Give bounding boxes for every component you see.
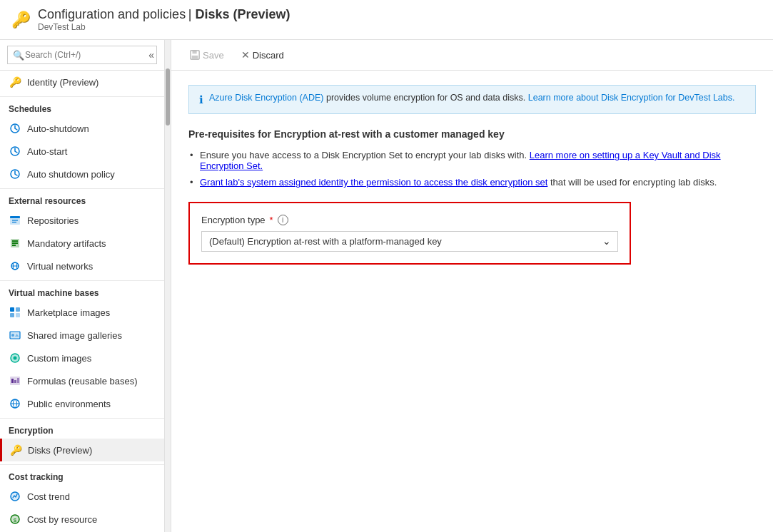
sidebar-item-custom-images[interactable]: Custom images: [0, 347, 164, 369]
formulas-icon: [9, 374, 21, 387]
encryption-form-box: Encryption type * i (Default) Encryption…: [188, 202, 631, 265]
svg-rect-27: [17, 378, 19, 383]
page-header: 🔑 Configuration and policies | Disks (Pr…: [0, 0, 773, 40]
auto-shutdown-icon: [9, 122, 21, 135]
auto-start-icon: [9, 145, 21, 158]
header-icon: 🔑: [11, 11, 31, 29]
cost-by-resource-icon: $: [9, 513, 21, 526]
section-encryption: Encryption: [0, 418, 164, 439]
sidebar-item-auto-start[interactable]: Auto-start: [0, 140, 164, 163]
sidebar-item-label: Auto-shutdown: [27, 123, 89, 134]
sidebar-item-label: Cost by resource: [27, 514, 97, 525]
sidebar-item-cost-by-resource[interactable]: $ Cost by resource: [0, 508, 164, 531]
required-marker: *: [270, 215, 273, 225]
svg-rect-15: [16, 307, 20, 312]
svg-rect-16: [10, 313, 14, 317]
sidebar-item-marketplace-images[interactable]: Marketplace images: [0, 301, 164, 324]
sidebar-item-virtual-networks[interactable]: Virtual networks: [0, 255, 164, 277]
sidebar-item-auto-shutdown[interactable]: Auto-shutdown: [0, 117, 164, 140]
discard-icon: ✕: [241, 49, 250, 61]
info-icon: ℹ: [199, 93, 203, 106]
sidebar-item-label: Auto shutdown policy: [27, 169, 115, 180]
virtual-networks-icon: [9, 260, 21, 272]
svg-rect-8: [12, 240, 18, 242]
section-external-resources: External resources: [0, 188, 164, 209]
sidebar-nav: 🔑 Identity (Preview) Schedules Auto-shut…: [0, 71, 164, 532]
main-content-area: ℹ Azure Disk Encryption (ADE) provides v…: [171, 71, 773, 532]
encryption-type-select[interactable]: (Default) Encryption at-rest with a plat…: [201, 231, 618, 252]
svg-rect-36: [192, 56, 198, 58]
search-input[interactable]: [7, 46, 157, 64]
sidebar-item-label: Repositories: [27, 215, 79, 226]
auto-shutdown-policy-icon: [9, 168, 21, 180]
info-banner-text: Azure Disk Encryption (ADE) provides vol…: [209, 93, 734, 103]
main-panel: Save ✕ Discard ℹ Azure Disk Encryption (…: [171, 40, 773, 532]
svg-rect-35: [193, 51, 197, 53]
sidebar-item-label: Formulas (reusable bases): [27, 376, 138, 387]
sidebar-item-repositories[interactable]: Repositories: [0, 209, 164, 232]
prerequisite-item-2: Grant lab's system assigned identity the…: [188, 177, 756, 188]
custom-images-icon: [9, 352, 21, 364]
scrollbar-thumb: [166, 68, 170, 126]
shared-image-galleries-icon: [9, 329, 21, 342]
encryption-type-select-wrapper: (Default) Encryption at-rest with a plat…: [201, 231, 618, 252]
sidebar-item-mandatory-artifacts[interactable]: Mandatory artifacts: [0, 232, 164, 255]
breadcrumb: DevTest Lab: [38, 22, 290, 32]
save-button[interactable]: Save: [183, 46, 231, 64]
section-cost-tracking: Cost tracking: [0, 464, 164, 485]
svg-rect-9: [12, 242, 18, 244]
marketplace-images-icon: [9, 306, 21, 319]
prerequisites-list: Ensure you have access to a Disk Encrypt…: [188, 150, 756, 188]
discard-button[interactable]: ✕ Discard: [234, 46, 291, 64]
sidebar-item-label: Public environments: [27, 399, 111, 409]
svg-point-23: [14, 357, 17, 360]
svg-text:$: $: [14, 517, 17, 523]
section-schedules: Schedules: [0, 96, 164, 117]
header-text-group: Configuration and policies | Disks (Prev…: [38, 7, 290, 32]
sidebar-item-label: Custom images: [27, 353, 91, 364]
page-title-sub: Disks (Preview): [195, 7, 290, 21]
svg-rect-17: [16, 313, 20, 317]
mandatory-artifacts-icon: [9, 237, 21, 250]
sidebar-item-label: Identity (Preview): [27, 77, 98, 88]
sidebar-scrollbar[interactable]: [165, 40, 171, 532]
sidebar-item-label: Disks (Preview): [28, 445, 92, 456]
sidebar-item-disks-preview[interactable]: 🔑 Disks (Preview): [0, 439, 164, 461]
ade-link[interactable]: Azure Disk Encryption (ADE): [209, 93, 323, 103]
sidebar-item-label: Auto-start: [27, 146, 67, 157]
collapse-icon[interactable]: «: [148, 49, 154, 61]
grant-identity-link[interactable]: Grant lab's system assigned identity the…: [200, 177, 547, 188]
svg-point-20: [11, 334, 14, 337]
sidebar-item-label: Virtual networks: [27, 261, 93, 272]
identity-icon: 🔑: [9, 76, 21, 88]
info-banner: ℹ Azure Disk Encryption (ADE) provides v…: [188, 85, 756, 114]
cost-trend-icon: [9, 490, 21, 503]
disks-preview-icon: 🔑: [9, 444, 22, 456]
sidebar-item-shared-image-galleries[interactable]: Shared image galleries: [0, 324, 164, 347]
repositories-icon: [9, 214, 21, 227]
sidebar-item-public-environments[interactable]: Public environments: [0, 392, 164, 415]
sidebar-item-label: Shared image galleries: [27, 330, 122, 341]
sidebar-item-auto-shutdown-policy[interactable]: Auto shutdown policy: [0, 163, 164, 185]
sidebar-item-label: Marketplace images: [27, 307, 110, 318]
sidebar-item-label: Mandatory artifacts: [27, 238, 106, 249]
sidebar-item-label: Cost trend: [27, 491, 70, 502]
sidebar-item-cost-trend[interactable]: Cost trend: [0, 485, 164, 508]
section-vm-bases: Virtual machine bases: [0, 280, 164, 301]
svg-rect-25: [11, 379, 14, 383]
prerequisite-item-1: Ensure you have access to a Disk Encrypt…: [188, 150, 756, 171]
page-title: Configuration and policies | Disks (Prev…: [38, 7, 290, 22]
encryption-type-label: Encryption type * i: [201, 215, 618, 225]
page-title-main: Configuration and policies: [38, 7, 186, 21]
public-environments-icon: [9, 397, 21, 410]
sidebar-item-identity[interactable]: 🔑 Identity (Preview): [0, 71, 164, 93]
info-tooltip-icon[interactable]: i: [278, 215, 288, 225]
learn-more-link[interactable]: Learn more about Disk Encryption for Dev…: [528, 93, 735, 103]
svg-rect-4: [10, 216, 20, 218]
toolbar: Save ✕ Discard: [171, 40, 773, 71]
sidebar-item-formulas[interactable]: Formulas (reusable bases): [0, 369, 164, 392]
search-icon: 🔍: [13, 50, 24, 61]
section-title: Pre-requisites for Encryption at-rest wi…: [188, 128, 756, 140]
svg-rect-26: [14, 380, 16, 383]
svg-rect-14: [10, 307, 14, 312]
